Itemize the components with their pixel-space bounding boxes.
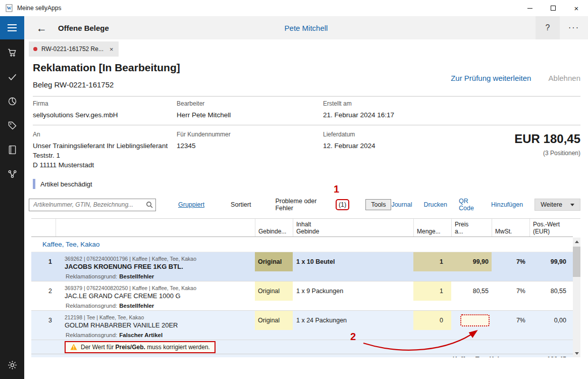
sidebar-item-cart[interactable]	[0, 40, 24, 65]
table-row: 3 212198 | Tee | Kaffee, Tee, Kakao GOLD…	[31, 311, 573, 340]
svg-text:W: W	[7, 6, 12, 11]
col-mwst[interactable]: MwSt.	[492, 219, 529, 236]
document-title: Reklamation [In Bearbeitung]	[33, 62, 580, 74]
maximize-button[interactable]	[542, 0, 565, 16]
print-link[interactable]: Drucken	[423, 201, 447, 208]
article-name: GOLDM RHABARBER VANILLE 20ER	[65, 321, 255, 329]
minimize-icon	[527, 8, 532, 9]
article-toolbar: Gruppiert Sortiert Probleme oder Fehler …	[33, 198, 580, 212]
missing-price-highlight[interactable]	[460, 314, 490, 326]
main-content: RW-0221-161752 Re... × Reklamation [In B…	[24, 39, 588, 379]
reason-row: Reklamationsgrund: Falscher Artikel	[31, 330, 573, 340]
article-name: JACOBS KROENUNG FREE 1KG BTL.	[65, 263, 255, 270]
back-button[interactable]: ←	[36, 23, 47, 33]
pie-chart-icon	[7, 96, 18, 107]
search-box	[29, 199, 156, 211]
mwst-cell: 7%	[492, 281, 529, 301]
tools-button[interactable]: Tools	[365, 199, 391, 210]
reject-button[interactable]: Ablehnen	[549, 74, 580, 82]
unsaved-dot-icon	[33, 47, 37, 51]
article-row-1[interactable]: 1 369262 | 07622400001796 | Kaffee | Kaf…	[31, 252, 573, 271]
field-erstellt-am: Erstellt am 21. Februar 2024 16:17	[323, 100, 449, 120]
app-icon: W	[5, 4, 13, 12]
hamburger-icon	[8, 24, 17, 25]
article-row-2[interactable]: 2 369379 | 07622400820250 | Kaffee | Kaf…	[31, 281, 573, 301]
search-icon[interactable]	[146, 201, 153, 208]
col-menge[interactable]: Menge...	[413, 219, 451, 236]
sidebar-item-settings[interactable]	[0, 353, 24, 377]
sidebar-item-catalog[interactable]	[0, 137, 24, 162]
wert-cell: 0,00	[529, 311, 571, 330]
tab-document[interactable]: RW-0221-161752 Re... ×	[29, 41, 119, 57]
col-gebinde[interactable]: Gebinde...	[255, 219, 293, 236]
share-network-icon	[7, 169, 18, 179]
search-input[interactable]	[29, 199, 156, 211]
qr-code-link[interactable]: QR Code	[459, 198, 479, 212]
tab-bar: RW-0221-161752 Re... ×	[29, 39, 580, 57]
wert-cell: 99,90	[529, 252, 571, 271]
col-pos-wert[interactable]: Pos.-Wert (EUR)	[529, 219, 571, 236]
problems-filter[interactable]: Probleme oder Fehler (1)	[275, 198, 349, 212]
inhalt-cell: 1 x 10 Beutel	[293, 252, 413, 271]
preis-cell-empty[interactable]	[451, 311, 492, 330]
annotation-1: 1	[334, 183, 339, 195]
address-line-2: Teststr. 1	[33, 151, 177, 160]
col-inhalt-gebinde[interactable]: Inhalt Gebinde	[293, 219, 413, 236]
sidebar-item-share[interactable]	[0, 162, 24, 186]
positions-count: (3 Positionen)	[449, 150, 580, 157]
more-dropdown[interactable]: Weitere	[534, 199, 580, 211]
check-icon	[7, 72, 18, 82]
total-amount: EUR 180,45	[449, 132, 580, 146]
preis-cell[interactable]: 80,55	[451, 281, 492, 301]
reason-row: Reklamationsgrund: Bestellfehler	[31, 271, 573, 281]
preis-cell[interactable]: 99,90	[451, 252, 492, 271]
tab-close-icon[interactable]: ×	[110, 45, 114, 53]
menge-cell[interactable]: 1	[413, 252, 451, 271]
scroll-up-button[interactable]	[573, 238, 580, 246]
titlebar: W Meine sellyApps ×	[0, 0, 588, 16]
info-row-2: An Unser Trainingslieferant Ihr Liebling…	[33, 125, 580, 174]
address-line-3: D 11111 Musterstadt	[33, 160, 177, 170]
article-meta: 369262 | 07622400001796 | Kaffee | Kaffe…	[65, 256, 255, 262]
help-button[interactable]: ?	[536, 16, 560, 39]
gebinde-cell[interactable]: Original	[255, 311, 293, 330]
minimize-button[interactable]	[518, 0, 542, 16]
sidebar-item-statistics[interactable]	[0, 89, 24, 113]
group-header[interactable]: Kaffee, Tee, Kakao	[31, 237, 573, 252]
journal-link[interactable]: Journal	[391, 201, 412, 208]
subtotal-group-label: Kaffee, Tee, Kakao	[31, 356, 529, 358]
scrollbar-thumb[interactable]	[573, 247, 580, 277]
gebinde-cell[interactable]: Original	[255, 281, 293, 301]
menge-cell[interactable]: 1	[413, 281, 451, 301]
sidebar	[0, 39, 24, 379]
vertical-scrollbar[interactable]	[573, 238, 580, 357]
menu-button[interactable]	[0, 16, 24, 39]
validation-warning: Der Wert für Preis/Geb. muss korrigiert …	[65, 341, 216, 353]
grouped-toggle[interactable]: Gruppiert	[178, 201, 204, 208]
positions-table: Gebinde... Inhalt Gebinde Menge... Preis…	[31, 218, 580, 357]
window-title: Meine sellyApps	[17, 5, 61, 12]
forward-for-review-button[interactable]: Zur Prüfung weiterleiten	[451, 74, 531, 82]
article-meta: 212198 | Tee | Kaffee, Tee, Kakao	[65, 314, 255, 320]
scroll-down-button[interactable]	[573, 349, 580, 357]
toolbar-right-links: Journal Drucken QR Code Hinzufügen Weite…	[391, 198, 580, 212]
chevron-down-icon	[570, 204, 574, 206]
problems-count-badge[interactable]: (1)	[336, 199, 349, 210]
tag-icon	[7, 120, 18, 131]
article-row-3[interactable]: 3 212198 | Tee | Kaffee, Tee, Kakao GOLD…	[31, 311, 573, 330]
document-header: Reklamation [In Bearbeitung] Beleg RW-02…	[33, 57, 580, 89]
document-total: EUR 180,45 (3 Positionen)	[449, 131, 580, 170]
mwst-cell: 7%	[492, 311, 529, 330]
gebinde-cell[interactable]: Original	[255, 252, 293, 271]
sidebar-item-tasks[interactable]	[0, 65, 24, 89]
menge-cell[interactable]: 0	[413, 311, 451, 330]
complaint-note: Artikel beschädigt	[33, 179, 580, 189]
sorted-toggle[interactable]: Sortiert	[231, 201, 251, 208]
field-firma: Firma sellysolutions Serv.ges.mbH	[33, 100, 177, 120]
more-options-button[interactable]: ···	[560, 16, 588, 39]
add-link[interactable]: Hinzufügen	[491, 201, 523, 208]
sidebar-item-labels[interactable]	[0, 113, 24, 137]
book-icon	[7, 145, 18, 155]
col-preis[interactable]: Preis a...	[451, 219, 492, 236]
close-button[interactable]: ×	[565, 0, 588, 16]
